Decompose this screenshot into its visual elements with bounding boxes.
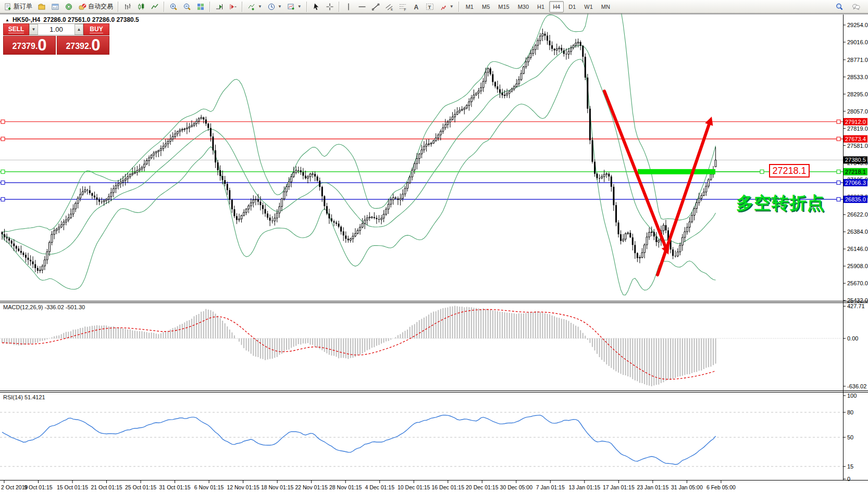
timeframe-w1-button[interactable]: W1	[580, 1, 597, 12]
templates-button[interactable]: ▼	[284, 1, 304, 13]
y-axis-label: 25670.0	[847, 280, 868, 286]
macd-axis-label: -636.02	[847, 383, 866, 389]
axis-price-label: 26835.0	[845, 196, 866, 203]
bar-chart-mode-button[interactable]	[121, 1, 134, 13]
support-zone-bar[interactable]	[638, 169, 715, 174]
fibonacci-retracement-button[interactable]: F	[396, 1, 410, 13]
one-click-trading-panel: SELL ▼ 1.00 ▲ BUY 27379.0 27392.0	[3, 23, 109, 55]
sell-button[interactable]: SELL	[3, 23, 29, 35]
y-axis-label: 29016.0	[847, 39, 868, 45]
market-watch-button[interactable]	[48, 1, 62, 13]
zoom-in-button[interactable]	[167, 1, 180, 13]
templates-dropdown-icon[interactable]: ▼	[297, 4, 302, 9]
toolbar-separator	[458, 2, 460, 12]
vertical-line-button[interactable]	[342, 1, 355, 13]
timeframe-m1-button[interactable]: M1	[462, 1, 477, 12]
axis-price-label: 27066.3	[845, 180, 866, 186]
line-chart-mode-icon	[151, 3, 159, 11]
volume-control: ▼ 1.00 ▲	[29, 23, 83, 35]
new-order-button[interactable]: 新订单	[1, 1, 35, 13]
macd-indicator-label: MACD(12,26,9) -336.02 -501.30	[3, 304, 85, 310]
equidistant-channel-button[interactable]: E	[382, 1, 396, 13]
arrows-tool-button[interactable]: ▼	[437, 1, 456, 13]
x-axis-label: 31 Oct 01:15	[159, 484, 191, 490]
trendline-button[interactable]	[369, 1, 382, 13]
community-chat-button[interactable]	[849, 1, 863, 13]
turning-point-annotation[interactable]: 多空转折点	[736, 192, 825, 215]
collapse-icon[interactable]: ▲	[5, 18, 9, 22]
x-axis-label: 22 Nov 01:15	[295, 484, 328, 490]
y-axis-label: 25908.0	[847, 263, 868, 269]
rsi-axis-label: 50	[847, 434, 853, 440]
text-button[interactable]: A	[410, 1, 423, 13]
y-axis-label: 26384.0	[847, 229, 868, 235]
horizontal-line-button[interactable]	[355, 1, 369, 13]
candlestick-mode-button[interactable]	[134, 1, 148, 13]
cursor-button[interactable]	[309, 1, 323, 13]
toolbar-separator	[339, 2, 340, 12]
x-axis-label: 16 Dec 01:15	[432, 484, 465, 490]
zoom-out-button[interactable]	[180, 1, 194, 13]
timeframe-mn-button[interactable]: MN	[598, 1, 614, 12]
svg-text:T: T	[428, 4, 431, 9]
buy-price-display[interactable]: 27392.0	[57, 36, 109, 55]
timeframe-m5-button[interactable]: M5	[478, 1, 493, 12]
sell-price-display[interactable]: 27379.0	[3, 36, 56, 55]
price-tag-annotation[interactable]: 27218.1	[769, 164, 810, 178]
fibonacci-retracement-icon: F	[399, 3, 407, 11]
tile-windows-button[interactable]	[194, 1, 207, 13]
price-chart-svg[interactable]: 29254.029016.028771.028533.028295.028057…	[0, 0, 868, 493]
crosshair-button[interactable]	[323, 1, 337, 13]
line-chart-mode-button[interactable]	[148, 1, 162, 13]
indicators-list-icon	[247, 3, 256, 11]
timeframe-d1-button[interactable]: D1	[565, 1, 579, 12]
timeframe-h4-button[interactable]: H4	[549, 1, 564, 12]
timeframe-h1-button[interactable]: H1	[534, 1, 548, 12]
volume-increase-button[interactable]: ▲	[75, 24, 83, 35]
profiles-button[interactable]	[35, 1, 48, 13]
chart-shift-button[interactable]	[226, 1, 240, 13]
horizontal-line-icon	[358, 3, 366, 11]
y-axis-label: 27581.0	[847, 143, 868, 149]
auto-trading-button[interactable]: 自动交易	[76, 1, 116, 13]
x-axis-label: 31 Jan 05:00	[671, 484, 703, 490]
volume-input[interactable]: 1.00	[38, 24, 75, 35]
cursor-icon	[312, 3, 320, 11]
periods-list-dropdown-icon[interactable]: ▼	[278, 4, 282, 9]
auto-scroll-icon	[215, 3, 224, 11]
rsi-axis-label: 100	[847, 393, 857, 399]
rsi-axis-label: 15	[847, 463, 853, 470]
auto-trading-label: 自动交易	[88, 2, 113, 11]
up-arrow-icon: ▲	[77, 27, 81, 32]
navigator-button[interactable]	[62, 1, 76, 13]
axis-price-label: 27673.4	[845, 136, 866, 142]
arrows-tool-dropdown-icon[interactable]: ▼	[450, 4, 454, 9]
x-axis-label: 17 Jan 01:15	[603, 484, 635, 490]
buy-button[interactable]: BUY	[83, 23, 109, 35]
auto-scroll-button[interactable]	[213, 1, 226, 13]
timeframe-m30-button[interactable]: M30	[514, 1, 532, 12]
rsi-axis-label: 0	[847, 476, 850, 482]
main-toolbar: 新订单自动交易▼▼▼EFAT▼M1M5M15M30H1H4D1W1MN	[0, 0, 868, 14]
x-axis-label: 23 Jan 01:15	[637, 484, 669, 490]
volume-decrease-button[interactable]: ▼	[29, 24, 38, 35]
y-axis-label: 28295.0	[847, 91, 868, 97]
x-axis-label: 6 Feb 05:00	[706, 484, 736, 490]
toolbar-right-group	[833, 1, 867, 13]
indicators-list-button[interactable]: ▼	[245, 1, 265, 13]
arrows-tool-icon	[439, 3, 448, 11]
x-axis-label: 20 Dec 01:15	[466, 484, 499, 490]
timeframe-m15-button[interactable]: M15	[494, 1, 513, 12]
svg-text:A: A	[414, 3, 418, 10]
periods-list-icon	[267, 3, 276, 11]
x-axis-label: 4 Dec 01:15	[365, 484, 394, 490]
y-axis-label: 27819.0	[847, 125, 868, 132]
periods-list-button[interactable]: ▼	[265, 1, 284, 13]
indicators-list-dropdown-icon[interactable]: ▼	[258, 4, 262, 9]
zoom-out-icon	[183, 3, 191, 11]
text-label-button[interactable]: T	[423, 1, 437, 13]
new-order-icon	[4, 3, 12, 11]
x-axis-label: 18 Nov 01:15	[261, 484, 294, 490]
search-button[interactable]	[833, 1, 846, 13]
axis-price-label: 27218.1	[845, 169, 866, 175]
